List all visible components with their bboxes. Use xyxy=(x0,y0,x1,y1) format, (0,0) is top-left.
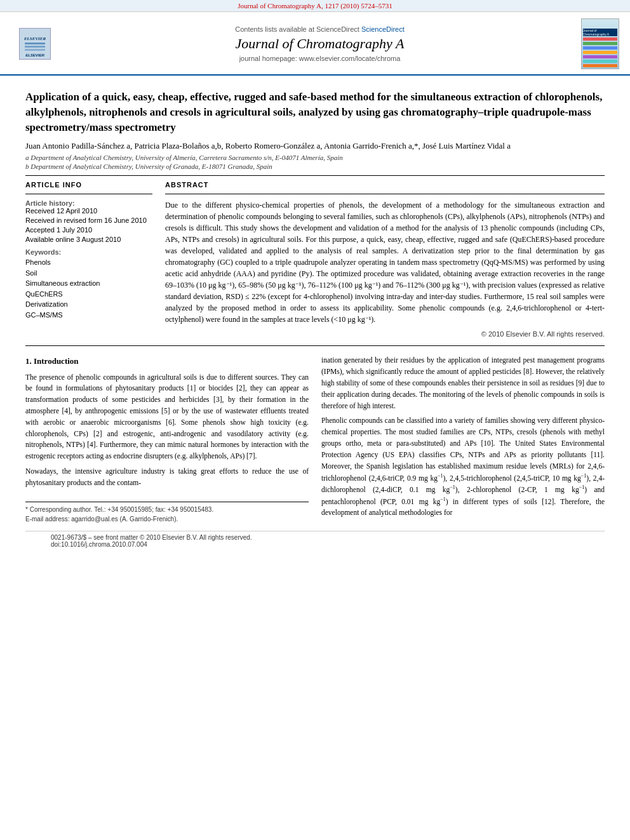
abstract-heading: ABSTRACT xyxy=(165,181,605,189)
svg-rect-4 xyxy=(25,49,45,51)
authors-text: Juan Antonio Padilla-Sánchez a, Patricia… xyxy=(25,141,511,150)
body-col-left: 1. Introduction The presence of phenolic… xyxy=(25,355,309,524)
main-content: Application of a quick, easy, cheap, eff… xyxy=(0,76,630,556)
journal-header: ELSEVIER ELSEVIER Contents lists availab… xyxy=(0,12,630,76)
svg-rect-3 xyxy=(25,46,45,48)
divider-abstract xyxy=(165,194,605,194)
svg-text:ELSEVIER: ELSEVIER xyxy=(23,36,46,41)
footnote-area: * Corresponding author. Tel.: +34 950015… xyxy=(25,502,309,524)
journal-cover-image: Journal of Chromatography A xyxy=(579,18,620,69)
divider-1 xyxy=(25,175,605,176)
abstract-section: ABSTRACT Due to the different physico-ch… xyxy=(165,181,605,338)
elsevier-logo: ELSEVIER ELSEVIER xyxy=(10,18,60,69)
revised-date: Received in revised form 16 June 2010 xyxy=(25,217,152,224)
keyword-phenols: Phenols xyxy=(25,257,152,268)
journal-citation-bar: Journal of Chromatography A, 1217 (2010)… xyxy=(0,0,630,12)
article-info-section: ARTICLE INFO Article history: Received 1… xyxy=(25,181,152,338)
journal-homepage: journal homepage: www.elsevier.com/locat… xyxy=(67,55,573,62)
intro-para-2: Nowadays, the intensive agriculture indu… xyxy=(25,466,309,489)
keyword-soil: Soil xyxy=(25,268,152,279)
journal-header-center: Contents lists available at ScienceDirec… xyxy=(67,18,573,69)
keyword-quechers: QuEChERS xyxy=(25,289,152,300)
divider-2 xyxy=(25,345,605,346)
affiliation-b: b Department of Analytical Chemistry, Un… xyxy=(25,163,605,170)
keyword-simultaneous: Simultaneous extraction xyxy=(25,278,152,289)
intro-para-3: ination generated by their residues by t… xyxy=(321,355,605,411)
divider-info xyxy=(25,194,152,194)
sciencedirect-text: Contents lists available at ScienceDirec… xyxy=(67,25,573,33)
footnote-email: E-mail address: agarrido@ual.es (A. Garr… xyxy=(25,514,309,524)
elsevier-icon: ELSEVIER ELSEVIER xyxy=(19,28,51,60)
keywords-label: Keywords: xyxy=(25,248,152,256)
article-title: Application of a quick, easy, cheap, eff… xyxy=(25,90,605,135)
body-col-right: ination generated by their residues by t… xyxy=(321,355,605,524)
accepted-date: Accepted 1 July 2010 xyxy=(25,226,152,234)
svg-rect-2 xyxy=(25,43,45,44)
cover-thumbnail: Journal of Chromatography A xyxy=(581,18,619,69)
keyword-gcmsms: GC–MS/MS xyxy=(25,310,152,321)
section-title-text: Introduction xyxy=(34,356,79,366)
copyright-line: © 2010 Elsevier B.V. All rights reserved… xyxy=(165,330,605,338)
affiliation-a: a Department of Analytical Chemistry, Un… xyxy=(25,154,605,161)
available-date: Available online 3 August 2010 xyxy=(25,236,152,243)
footnote-corresponding: * Corresponding author. Tel.: +34 950015… xyxy=(25,505,309,515)
received-date: Received 12 April 2010 xyxy=(25,207,152,215)
intro-para-1: The presence of phenolic compounds in ag… xyxy=(25,372,309,463)
footer-bar: 0021-9673/$ – see front matter © 2010 El… xyxy=(25,531,605,550)
svg-text:ELSEVIER: ELSEVIER xyxy=(25,53,44,57)
authors: Juan Antonio Padilla-Sánchez a, Patricia… xyxy=(25,141,605,151)
section-number: 1. xyxy=(25,356,32,366)
introduction-title: 1. Introduction xyxy=(25,355,309,368)
journal-citation: Journal of Chromatography A, 1217 (2010)… xyxy=(238,2,392,10)
intro-para-4: Phenolic compounds can be classified int… xyxy=(321,415,605,519)
abstract-text: Due to the different physico-chemical pr… xyxy=(165,199,605,325)
footer-issn: 0021-9673/$ – see front matter © 2010 El… xyxy=(51,534,579,541)
history-label: Article history: xyxy=(25,199,152,207)
keyword-derivatization: Derivatization xyxy=(25,299,152,310)
article-info-abstract: ARTICLE INFO Article history: Received 1… xyxy=(25,181,605,338)
footer-doi: doi:10.1016/j.chroma.2010.07.004 xyxy=(51,541,579,548)
cover-stripes xyxy=(583,37,617,67)
journal-title: Journal of Chromatography A xyxy=(67,36,573,52)
article-info-heading: ARTICLE INFO xyxy=(25,181,152,189)
body-columns: 1. Introduction The presence of phenolic… xyxy=(25,355,605,524)
spanish-word: Spanish xyxy=(366,462,389,470)
